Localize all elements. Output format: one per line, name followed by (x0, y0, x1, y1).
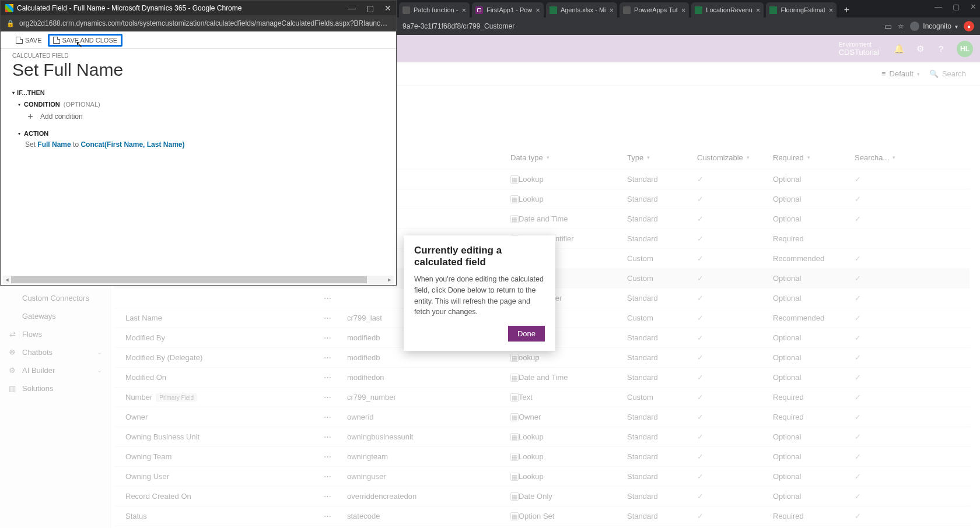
nav-label: Custom Connectors (22, 294, 89, 302)
nav-item[interactable]: ⚙ AI Builder ⌄ (0, 361, 110, 379)
save-button[interactable]: SAVE (12, 34, 46, 46)
nav-item[interactable]: ⇄ Flows (0, 325, 110, 343)
field-row[interactable]: NumberPrimary Field ⋯ cr799_number ▦Text… (114, 387, 970, 407)
field-row[interactable]: Status Reason ⋯ statuscode ▦Option Set S… (114, 526, 970, 528)
popup-url[interactable]: org2b2d1688.crm.dynamics.com/tools/syste… (19, 19, 390, 27)
search-box[interactable]: 🔍 Search (929, 69, 966, 78)
row-menu-icon[interactable]: ⋯ (324, 432, 347, 441)
avatar[interactable]: HL (957, 41, 973, 57)
maximize-button[interactable]: ▢ (953, 2, 960, 11)
popup-minimize[interactable]: — (348, 3, 356, 13)
field-row[interactable]: Record Created On ⋯ overriddencreatedon … (114, 486, 970, 506)
notifications-icon[interactable]: 🔔 (894, 44, 904, 54)
nav-label: Flows (22, 330, 42, 339)
row-menu-icon[interactable]: ⋯ (324, 512, 347, 520)
star-icon[interactable]: ☆ (898, 22, 904, 30)
scroll-track[interactable] (11, 276, 386, 284)
scroll-right-icon[interactable]: ► (386, 276, 394, 284)
done-button[interactable]: Done (508, 326, 545, 342)
row-menu-icon[interactable]: ⋯ (324, 373, 347, 382)
view-default-label: Default (890, 69, 914, 78)
browser-tab[interactable]: PowerApps Tut × (620, 2, 689, 17)
field-customizable: ✓ (697, 452, 773, 461)
ifthen-section[interactable]: ▾ IF...THEN (12, 89, 396, 96)
col-required[interactable]: Required (773, 153, 804, 162)
row-menu-icon[interactable]: ⋯ (324, 472, 347, 481)
view-default[interactable]: ≡ Default ▾ (881, 69, 920, 78)
field-customizable: ✓ (697, 373, 773, 382)
col-searchable[interactable]: Searcha... (855, 153, 889, 162)
nav-item[interactable]: ☸ Chatbots ⌄ (0, 343, 110, 361)
save-icon (53, 37, 60, 44)
tab-label: LocationRevenu (706, 6, 752, 13)
reader-icon[interactable]: ▭ (884, 22, 892, 31)
tab-close-icon[interactable]: × (461, 6, 466, 15)
field-searchable: ✓ (855, 353, 901, 362)
condition-section[interactable]: ▾ CONDITION (OPTIONAL) (18, 101, 396, 108)
extension-badge[interactable]: ● (964, 21, 974, 31)
row-menu-icon[interactable]: ⋯ (324, 294, 347, 302)
incognito-badge[interactable]: Incognito ▾ (910, 22, 958, 31)
tab-close-icon[interactable]: × (681, 6, 686, 15)
field-display-name: Owning User (114, 472, 324, 481)
field-row[interactable]: Owning Team ⋯ owningteam ▦Lookup Standar… (114, 446, 970, 466)
field-datatype: ▦Owner (510, 413, 627, 422)
tab-close-icon[interactable]: × (829, 6, 834, 15)
tab-close-icon[interactable]: × (756, 6, 761, 15)
collapse-icon: ▾ (18, 131, 20, 136)
field-row[interactable]: Owning Business Unit ⋯ owningbusinessuni… (114, 427, 970, 446)
field-row[interactable]: Status ⋯ statecode ▦Option Set Standard … (114, 506, 970, 526)
field-row[interactable]: Modified On ⋯ modifiedon ▦Date and Time … (114, 367, 970, 387)
tab-label: FlooringEstimat (780, 6, 825, 13)
add-condition-row[interactable]: ＋ Add condition (26, 111, 396, 122)
datatype-icon: ▦ (510, 413, 519, 421)
horizontal-scrollbar[interactable]: ◄ ► (3, 276, 394, 284)
row-menu-icon[interactable]: ⋯ (324, 353, 347, 362)
scroll-left-icon[interactable]: ◄ (3, 276, 11, 284)
popup-close[interactable]: ✕ (384, 3, 391, 13)
action-expression[interactable]: Set Full Name to Concat(First Name, Last… (25, 140, 396, 149)
action-section[interactable]: ▾ ACTION (18, 130, 396, 137)
field-display-name: Modified By (114, 333, 324, 342)
row-menu-icon[interactable]: ⋯ (324, 393, 347, 402)
tab-close-icon[interactable]: × (536, 6, 540, 15)
url-fragment[interactable]: 9a7e-3c1f71f68df8/cr799_Customer (402, 22, 514, 30)
hamburger-icon: ≡ (881, 69, 886, 78)
row-menu-icon[interactable]: ⋯ (324, 314, 347, 322)
field-customizable: ✓ (697, 254, 773, 263)
new-tab-button[interactable]: + (839, 2, 854, 17)
field-searchable: ✓ (855, 452, 901, 461)
help-icon[interactable]: ? (936, 44, 946, 54)
browser-tab[interactable]: FirstApp1 - Pow × (472, 2, 544, 17)
col-type[interactable]: Type (627, 153, 643, 162)
minimize-button[interactable]: — (935, 2, 942, 11)
col-datatype[interactable]: Data type (510, 153, 543, 162)
field-type: Standard (627, 413, 697, 421)
nav-item[interactable]: Gateways (0, 307, 110, 325)
row-menu-icon[interactable]: ⋯ (324, 413, 347, 421)
nav-item[interactable]: ▥ Solutions (0, 379, 110, 397)
popup-titlebar[interactable]: Calculated Field - Full Name - Microsoft… (1, 1, 396, 15)
browser-tab[interactable]: LocationRevenu × (691, 2, 764, 17)
scroll-thumb[interactable] (11, 276, 367, 283)
settings-icon[interactable]: ⚙ (915, 44, 925, 54)
field-searchable: ✓ (855, 214, 901, 223)
environment-block[interactable]: Environment CDSTutorial (839, 41, 880, 57)
save-and-close-button[interactable]: SAVE AND CLOSE (48, 34, 123, 47)
close-window-button[interactable]: ✕ (970, 2, 977, 11)
browser-tab[interactable]: Agents.xlsx - Mi × (546, 2, 617, 17)
field-row[interactable]: Owning User ⋯ owninguser ▦Lookup Standar… (114, 466, 970, 486)
tab-close-icon[interactable]: × (610, 6, 614, 15)
popup-maximize[interactable]: ▢ (366, 3, 374, 13)
row-menu-icon[interactable]: ⋯ (324, 492, 347, 501)
field-display-name: Status (114, 512, 324, 520)
row-menu-icon[interactable]: ⋯ (324, 452, 347, 461)
lock-icon[interactable]: 🔒 (6, 20, 15, 27)
browser-tab[interactable]: Patch function - × (399, 2, 470, 17)
nav-item[interactable]: Custom Connectors (0, 289, 110, 307)
col-customizable[interactable]: Customizable (697, 153, 743, 162)
browser-tab[interactable]: FlooringEstimat × (766, 2, 836, 17)
field-row[interactable]: Owner ⋯ ownerid ▦Owner Standard ✓ Requir… (114, 407, 970, 427)
row-menu-icon[interactable]: ⋯ (324, 333, 347, 342)
field-customizable: ✓ (697, 413, 773, 421)
